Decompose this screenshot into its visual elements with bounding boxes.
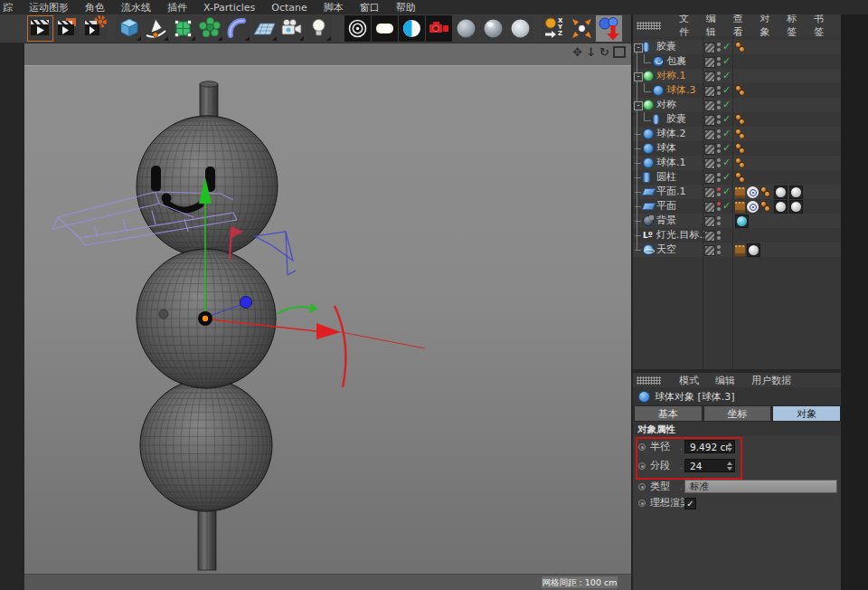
rotate-icon[interactable]: ↻	[599, 46, 609, 58]
object-name[interactable]: 球体.3	[666, 83, 696, 98]
om-row-背景[interactable]: 背景	[633, 214, 841, 228]
enabled-check-icon[interactable]: ✓	[722, 156, 731, 170]
object-name[interactable]: 灯光.目标.1	[656, 228, 709, 243]
ideal-render-checkbox[interactable]: ✓	[684, 498, 696, 509]
visibility-dots[interactable]	[717, 86, 721, 95]
mograph-array-button[interactable]	[197, 15, 223, 42]
layer-icon[interactable]	[704, 202, 715, 213]
phong-tag-icon[interactable]	[735, 114, 747, 126]
menu-item-4[interactable]: 插件	[159, 1, 195, 14]
enabled-check-icon[interactable]: ✓	[722, 127, 731, 141]
layer-icon[interactable]	[704, 115, 715, 126]
enabled-check-icon[interactable]: ✓	[722, 54, 731, 69]
spline-pen-button[interactable]	[143, 15, 169, 42]
floor-button[interactable]	[251, 15, 278, 42]
am-menu-item-2[interactable]: 用户数据	[743, 374, 799, 387]
visibility-dots[interactable]	[717, 43, 721, 52]
om-row-圆柱[interactable]: 圆柱✓	[633, 170, 841, 185]
om-row-对称.1[interactable]: -对称.1✓	[633, 69, 841, 83]
menu-item-0[interactable]: 踪	[0, 1, 21, 14]
visibility-dots[interactable]	[717, 129, 721, 138]
phong-tag-icon[interactable]	[735, 172, 747, 184]
material-thumb[interactable]	[774, 200, 788, 214]
material-sphere-3-button[interactable]	[507, 15, 533, 42]
phong-tag-icon[interactable]	[735, 42, 747, 53]
enabled-check-icon[interactable]: ✓	[722, 40, 731, 54]
visibility-dots[interactable]	[717, 216, 721, 225]
object-name[interactable]: 球体.1	[656, 156, 686, 170]
om-menu-item-3[interactable]: 对象	[751, 12, 778, 39]
om-menu-item-5[interactable]: 书签	[806, 12, 833, 39]
layer-icon[interactable]	[704, 158, 715, 169]
visibility-dots[interactable]	[717, 245, 721, 254]
visibility-dots[interactable]	[717, 144, 721, 153]
layer-icon[interactable]	[704, 129, 715, 140]
tab-coordinates[interactable]: 坐标	[703, 405, 772, 422]
display-contrast-button[interactable]	[399, 15, 425, 42]
om-menu-item-4[interactable]: 标签	[778, 12, 806, 39]
target-tag-icon[interactable]	[747, 186, 759, 198]
om-row-平面.1[interactable]: 平面.1✓	[633, 185, 841, 199]
visibility-dots[interactable]	[717, 71, 721, 81]
object-name[interactable]: 圆柱	[656, 170, 676, 185]
menu-item-9[interactable]: 帮助	[388, 1, 424, 14]
menu-item-3[interactable]: 流水线	[113, 1, 159, 14]
layer-icon[interactable]	[704, 216, 715, 227]
visibility-dots[interactable]	[717, 100, 721, 109]
visibility-dots[interactable]	[717, 187, 721, 196]
snap-button[interactable]	[569, 15, 595, 42]
tab-object[interactable]: 对象	[772, 405, 841, 422]
layer-icon[interactable]	[704, 173, 715, 184]
om-row-天空[interactable]: 天空	[633, 243, 841, 257]
primitive-cube-button[interactable]	[116, 15, 142, 42]
om-row-球体.2[interactable]: 球体.2✓	[633, 127, 841, 141]
om-menu-item-2[interactable]: 查看	[725, 12, 752, 39]
visibility-dots[interactable]	[717, 158, 721, 167]
panel-grip-icon[interactable]	[637, 376, 661, 385]
menu-item-7[interactable]: 脚本	[316, 1, 352, 14]
render-picture-viewer-button[interactable]	[54, 15, 80, 42]
object-name[interactable]: 背景	[656, 214, 676, 228]
om-row-胶囊[interactable]: -胶囊✓	[633, 40, 841, 54]
maximize-icon[interactable]	[613, 46, 626, 58]
enabled-check-icon[interactable]: ✓	[722, 112, 731, 127]
phong-tag-icon[interactable]	[735, 85, 747, 97]
enabled-check-icon[interactable]: ✓	[722, 69, 731, 83]
dolly-icon[interactable]: ↓	[586, 46, 596, 58]
menu-item-1[interactable]: 运动图形	[21, 1, 77, 14]
visibility-dots[interactable]	[717, 57, 721, 66]
am-menu-item-1[interactable]: 编辑	[707, 374, 743, 387]
material-sphere-1-button[interactable]	[453, 15, 479, 42]
material-thumb[interactable]	[735, 214, 749, 228]
move-tool-button[interactable]	[596, 15, 622, 42]
record-circle-icon[interactable]	[638, 483, 646, 490]
om-menu-item-1[interactable]: 编辑	[698, 12, 725, 39]
expander-icon[interactable]: -	[634, 72, 643, 81]
object-name[interactable]: 球体.2	[656, 127, 686, 141]
expander-icon[interactable]: -	[634, 43, 643, 52]
viewport[interactable]: ✥ ↓ ↻ 网格间距 : 100 cm	[24, 43, 633, 590]
visibility-dots[interactable]	[717, 202, 721, 211]
object-name[interactable]: 对称.1	[656, 69, 686, 83]
layer-icon[interactable]	[704, 231, 715, 242]
material-thumb[interactable]	[789, 186, 803, 199]
material-thumb[interactable]	[789, 200, 803, 214]
object-name[interactable]: 球体	[656, 141, 676, 156]
record-circle-icon[interactable]	[638, 500, 646, 507]
light-button[interactable]	[306, 15, 332, 42]
enabled-check-icon[interactable]: ✓	[722, 98, 731, 112]
om-row-球体.3[interactable]: 球体.3✓	[633, 83, 841, 98]
material-thumb[interactable]	[774, 186, 788, 199]
om-row-包裹[interactable]: 包裹✓	[633, 54, 841, 69]
phong-tag-icon[interactable]	[760, 201, 772, 213]
texture-tag-icon[interactable]	[735, 245, 745, 256]
layer-icon[interactable]	[704, 71, 715, 82]
axis-xyz-button[interactable]: X Y Z	[542, 15, 568, 42]
om-row-灯光.目标.1[interactable]: Lº灯光.目标.1	[633, 228, 841, 243]
layer-icon[interactable]	[704, 86, 715, 97]
enabled-check-icon[interactable]: ✓	[722, 83, 731, 98]
target-button[interactable]	[344, 15, 371, 42]
pan-icon[interactable]: ✥	[572, 46, 582, 58]
object-name[interactable]: 对称	[656, 98, 676, 112]
area-light-button[interactable]	[372, 15, 398, 42]
